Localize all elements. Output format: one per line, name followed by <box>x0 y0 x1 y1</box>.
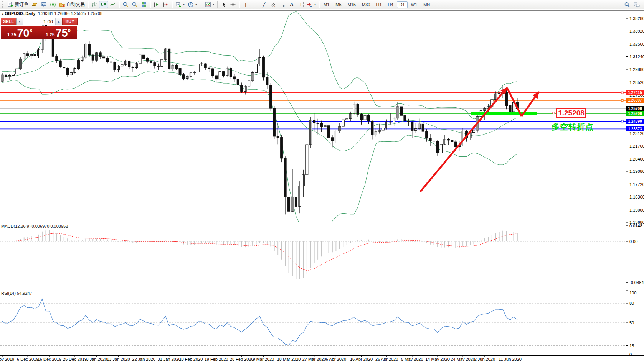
gold-box-icon <box>31 2 38 8</box>
cursor-icon <box>221 2 227 8</box>
new-order-icon <box>7 2 13 8</box>
cursor-button[interactable] <box>219 1 228 8</box>
symbol-period: GBPUSD-,Daily <box>5 11 36 16</box>
separator <box>150 1 150 8</box>
svg-text:18 Mar 2020: 18 Mar 2020 <box>277 357 301 361</box>
label-tool[interactable]: T <box>296 1 305 8</box>
chart-shift-button[interactable] <box>161 1 170 8</box>
trendline-tool[interactable]: ╱ <box>259 1 269 8</box>
svg-text:1.15000: 1.15000 <box>629 208 644 212</box>
svg-text:1.19080: 1.19080 <box>629 169 644 174</box>
autotrading-label: 自动交易 <box>66 1 85 8</box>
crosshair-icon <box>230 2 236 8</box>
new-chart-button[interactable]: ▾ <box>174 1 186 8</box>
timeframe-m1[interactable]: M1 <box>321 1 332 8</box>
sell-button[interactable]: SELL <box>1 18 16 25</box>
zoom-in-button[interactable] <box>121 1 130 8</box>
timeframe-w1[interactable]: W1 <box>408 1 420 8</box>
svg-text:100: 100 <box>629 291 636 295</box>
svg-text:6 Dec 2019: 6 Dec 2019 <box>17 357 38 361</box>
support-level-callout[interactable]: 1.25208 <box>556 108 586 118</box>
timeframe-mn[interactable]: MN <box>421 1 433 8</box>
channel-icon: E <box>270 2 276 8</box>
line-chart-button[interactable] <box>108 1 117 8</box>
svg-text:1.28520: 1.28520 <box>629 80 644 85</box>
indicators-button[interactable]: ▾ <box>203 1 216 8</box>
timeframe-d1[interactable]: D1 <box>397 1 408 8</box>
sell-price-big: 70 <box>17 28 29 39</box>
broadcast-button[interactable] <box>48 1 58 8</box>
chart-canvas[interactable]: 1.352801.339201.325601.312401.298801.285… <box>0 0 644 363</box>
timeframe-bar: M1M5M15M30H1H4D1W1MN <box>321 1 433 8</box>
svg-text:80: 80 <box>629 301 634 306</box>
buy-price-button[interactable]: 1.25 75 0 <box>39 26 77 39</box>
chevron-down-icon: ▾ <box>314 3 316 6</box>
new-order-label: 新订单 <box>15 1 28 8</box>
periods-button[interactable]: ▾ <box>186 1 198 8</box>
auto-scroll-button[interactable] <box>152 1 161 8</box>
vertical-line-tool[interactable]: | <box>241 1 250 8</box>
fibonacci-tool[interactable]: F <box>278 1 287 8</box>
buy-price-sup: 0 <box>68 28 71 33</box>
toolbar-grip[interactable] <box>2 1 5 8</box>
svg-text:27 Mar 2020: 27 Mar 2020 <box>302 357 326 361</box>
search-icon[interactable] <box>624 2 630 8</box>
volume-decrease-button[interactable]: ▼ <box>17 18 23 25</box>
svg-text:0: 0 <box>629 352 632 357</box>
timeframe-h1[interactable]: H1 <box>373 1 384 8</box>
terminal-button[interactable] <box>39 1 48 8</box>
new-order-button[interactable]: 新订单 <box>6 1 30 8</box>
one-click-trading-panel: SELL ▼ 1.00 ▲ BUY 1.25 70 8 1.25 75 0 <box>1 18 78 39</box>
timeframe-h4[interactable]: H4 <box>385 1 396 8</box>
hline-icon: — <box>252 2 258 7</box>
candlestick-chart-button[interactable] <box>99 1 108 8</box>
chevron-down-icon: ▾ <box>213 3 214 6</box>
text-tool[interactable]: A <box>287 1 296 8</box>
svg-text:1.16360: 1.16360 <box>629 195 644 199</box>
svg-text:9 Mar 2020: 9 Mar 2020 <box>253 357 274 361</box>
svg-text:1.21760: 1.21760 <box>629 144 644 148</box>
gold-box-button[interactable] <box>30 1 39 8</box>
svg-text:22 Jan 2020: 22 Jan 2020 <box>132 357 155 361</box>
svg-text:5 May 2020: 5 May 2020 <box>401 357 423 361</box>
chat-icon[interactable] <box>633 2 640 8</box>
sell-price-button[interactable]: 1.25 70 8 <box>1 26 39 39</box>
svg-text:1.33920: 1.33920 <box>629 29 644 33</box>
macd-histogram <box>2 230 517 279</box>
price-chart[interactable]: 1.352801.339201.325601.312401.298801.285… <box>0 0 644 363</box>
crosshair-button[interactable] <box>228 1 238 8</box>
separator <box>239 1 239 8</box>
volume-stepper: ▼ 1.00 ▲ <box>16 18 62 25</box>
svg-text:14 May 2020: 14 May 2020 <box>425 357 450 361</box>
bar-chart-button[interactable] <box>90 1 99 8</box>
volume-input[interactable]: 1.00 <box>23 18 55 25</box>
chart-title: ▴GBPUSD-,Daily 1.26381 1.26866 1.25525 1… <box>2 11 102 16</box>
svg-text:1.17720: 1.17720 <box>629 182 644 187</box>
shapes-tool[interactable]: ▾ <box>305 1 317 8</box>
svg-text:24 May 2020: 24 May 2020 <box>451 357 475 361</box>
toolbar-grip[interactable] <box>200 1 202 8</box>
svg-text:27 Nov 2019: 27 Nov 2019 <box>0 357 14 361</box>
chevron-down-icon: ▾ <box>183 3 185 6</box>
zoom-out-button[interactable] <box>130 1 139 8</box>
rsi-label: RSI(14) 54.9247 <box>1 291 32 296</box>
timeframe-m5[interactable]: M5 <box>333 1 344 8</box>
svg-text:F: F <box>283 5 284 8</box>
svg-text:31 Jan 2020: 31 Jan 2020 <box>157 357 181 361</box>
volume-increase-button[interactable]: ▲ <box>55 18 62 25</box>
svg-text:1.20400: 1.20400 <box>629 157 644 161</box>
timeframe-m30[interactable]: M30 <box>359 1 373 8</box>
timeframe-m15[interactable]: M15 <box>345 1 358 8</box>
svg-text:11 Jun 2020: 11 Jun 2020 <box>499 357 522 361</box>
horizontal-line-tool[interactable]: — <box>250 1 259 8</box>
svg-text:1.35280: 1.35280 <box>629 16 644 21</box>
label-icon: T <box>298 2 304 7</box>
turning-point-annotation: 多空转折点 <box>552 122 594 132</box>
buy-price-big: 75 <box>55 28 68 39</box>
buy-button[interactable]: BUY <box>62 18 78 25</box>
channel-tool[interactable]: E <box>269 1 278 8</box>
autotrading-button[interactable]: 自动交易 <box>58 1 86 8</box>
tile-windows-button[interactable] <box>139 1 149 8</box>
svg-text:0.0148: 0.0148 <box>629 223 642 228</box>
separator <box>217 1 218 8</box>
